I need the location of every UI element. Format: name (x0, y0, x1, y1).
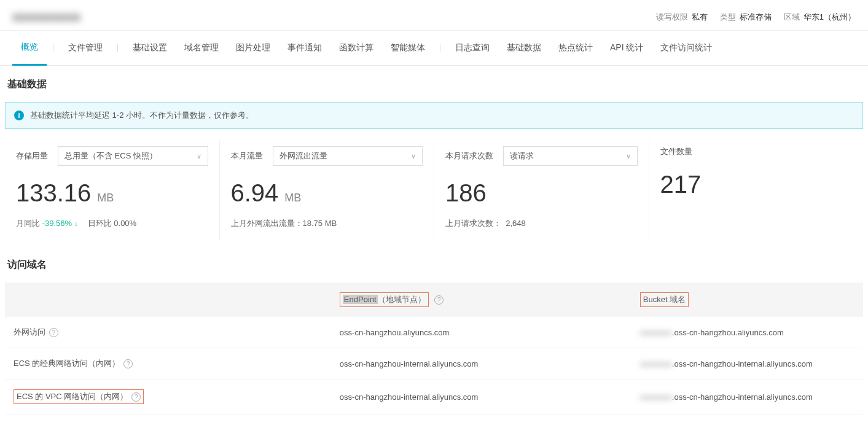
row-bucket: xxxxxxxx.oss-cn-hangzhou-internal.aliyun… (631, 380, 863, 415)
chevron-down-icon: ∨ (411, 152, 416, 160)
domain-table: EndPoint（地域节点） ? Bucket 域名 外网访问? oss-cn-… (5, 282, 863, 415)
metric-storage-label: 存储用量 (16, 150, 48, 162)
th-endpoint: EndPoint（地域节点） ? (331, 282, 631, 317)
select-value: 外网流出流量 (280, 150, 327, 162)
select-value: 读请求 (510, 150, 534, 162)
basic-data-section: 基础数据 i 基础数据统计平均延迟 1-2 小时。不作为计量数据，仅作参考。 存… (0, 66, 868, 415)
basic-data-title: 基础数据 (5, 78, 863, 91)
traffic-value: 6.94 (231, 179, 279, 207)
meta-permission: 读写权限私有 (656, 12, 708, 23)
vpc-row-highlight: ECS 的 VPC 网络访问（内网）? (14, 389, 144, 404)
domain-section-title: 访问域名 (5, 259, 863, 271)
help-icon[interactable]: ? (123, 359, 133, 368)
page-header: xxxxxxxxxx 读写权限私有 类型标准存储 区域华东1（杭州） (0, 0, 868, 31)
table-row: ECS 的经典网络访问（内网）? oss-cn-hangzhou-interna… (5, 348, 863, 380)
metric-requests-label: 本月请求次数 (445, 150, 493, 162)
tab-basic-settings[interactable]: 基础设置 (124, 31, 176, 64)
metric-traffic-label: 本月流量 (231, 150, 263, 162)
storage-unit: MB (97, 192, 114, 204)
meta-region: 区域华东1（杭州） (784, 12, 856, 23)
row-label: 外网访问? (5, 317, 331, 348)
table-row: 外网访问? oss-cn-hangzhou.aliyuncs.com xxxxx… (5, 317, 863, 348)
row-endpoint: oss-cn-hangzhou-internal.aliyuncs.com (331, 348, 631, 380)
requests-value: 186 (445, 179, 487, 207)
help-icon[interactable]: ? (434, 295, 444, 305)
table-row: ECS 的 VPC 网络访问（内网）? oss-cn-hangzhou-inte… (5, 380, 863, 415)
row-bucket: xxxxxxxx.oss-cn-hangzhou.aliyuncs.com (631, 317, 863, 348)
tab-divider (117, 44, 118, 52)
th-access-type (5, 282, 331, 317)
traffic-unit: MB (284, 192, 301, 204)
bucket-header-highlight: Bucket 域名 (640, 292, 689, 307)
help-icon[interactable]: ? (131, 392, 141, 402)
tab-api-stats[interactable]: API 统计 (601, 31, 652, 64)
tab-event[interactable]: 事件通知 (279, 31, 330, 64)
tab-basic-data[interactable]: 基础数据 (498, 31, 550, 64)
th-bucket-domain: Bucket 域名 (631, 282, 863, 317)
info-icon: i (14, 111, 24, 120)
tab-file-access-stats[interactable]: 文件访问统计 (652, 31, 721, 64)
tab-hotspot[interactable]: 热点统计 (550, 31, 601, 64)
info-alert: i 基础数据统计平均延迟 1-2 小时。不作为计量数据，仅作参考。 (5, 102, 863, 129)
metric-traffic: 本月流量 外网流出流量 ∨ 6.94 MB 上月外网流出流量：18.75 MB (220, 140, 435, 240)
storage-usage-select[interactable]: 总用量（不含 ECS 快照） ∨ (58, 146, 208, 166)
chevron-down-icon: ∨ (626, 152, 631, 160)
tab-fc[interactable]: 函数计算 (330, 31, 382, 64)
meta-type: 类型标准存储 (720, 12, 772, 23)
mom-compare: 月同比 -39.56% ↓ (16, 218, 78, 229)
metric-files-label: 文件数量 (660, 146, 692, 157)
row-endpoint: oss-cn-hangzhou-internal.aliyuncs.com (331, 380, 631, 415)
metric-files: 文件数量 217 (649, 140, 864, 240)
metrics-row: 存储用量 总用量（不含 ECS 快照） ∨ 133.16 MB 月同比 -39.… (5, 140, 863, 240)
row-endpoint: oss-cn-hangzhou.aliyuncs.com (331, 317, 631, 348)
storage-value: 133.16 (16, 179, 91, 207)
metric-storage: 存储用量 总用量（不含 ECS 快照） ∨ 133.16 MB 月同比 -39.… (5, 140, 220, 240)
tab-overview[interactable]: 概览 (12, 31, 47, 66)
arrow-down-icon: ↓ (74, 219, 78, 228)
tab-log-query[interactable]: 日志查询 (447, 31, 498, 64)
row-bucket: xxxxxxxx.oss-cn-hangzhou-internal.aliyun… (631, 348, 863, 380)
traffic-type-select[interactable]: 外网流出流量 ∨ (273, 146, 423, 166)
chevron-down-icon: ∨ (197, 152, 201, 160)
row-label: ECS 的 VPC 网络访问（内网）? (5, 380, 331, 415)
header-meta: 读写权限私有 类型标准存储 区域华东1（杭州） (656, 12, 856, 23)
requests-sub: 上月请求次数： 2,648 (445, 218, 638, 229)
tab-divider (440, 44, 440, 52)
tab-image-proc[interactable]: 图片处理 (227, 31, 279, 64)
select-value: 总用量（不含 ECS 快照） (65, 150, 157, 162)
help-icon[interactable]: ? (49, 328, 58, 337)
tab-files[interactable]: 文件管理 (60, 31, 111, 64)
bucket-name-blurred: xxxxxxxxxx (12, 10, 80, 24)
traffic-sub: 上月外网流出流量：18.75 MB (231, 218, 423, 229)
tab-domain[interactable]: 域名管理 (176, 31, 227, 64)
tab-bar: 概览 文件管理 基础设置 域名管理 图片处理 事件通知 函数计算 智能媒体 日志… (0, 31, 868, 66)
dod-compare: 日环比 0.00% (88, 218, 137, 229)
tab-media[interactable]: 智能媒体 (382, 31, 434, 64)
tab-divider (53, 44, 53, 52)
request-type-select[interactable]: 读请求 ∨ (503, 146, 638, 166)
endpoint-header-highlight: EndPoint（地域节点） (340, 292, 429, 307)
files-value: 217 (660, 171, 702, 198)
row-label: ECS 的经典网络访问（内网）? (5, 348, 331, 380)
alert-message: 基础数据统计平均延迟 1-2 小时。不作为计量数据，仅作参考。 (30, 110, 254, 121)
metric-requests: 本月请求次数 读请求 ∨ 186 上月请求次数： 2,648 (434, 140, 649, 240)
